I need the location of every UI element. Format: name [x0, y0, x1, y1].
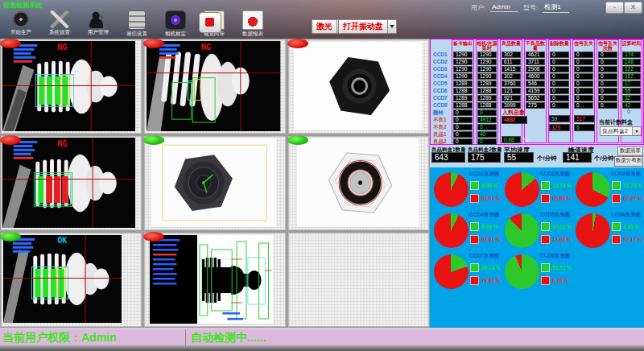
- toolbar-item-3[interactable]: 通信设置: [119, 10, 155, 37]
- toolbar-item-6[interactable]: 数据报表: [235, 10, 270, 37]
- camera-image: [2, 41, 135, 131]
- legend-green-swatch: [612, 181, 621, 190]
- legend-good: 6.99 %: [470, 222, 497, 231]
- camera-view-1[interactable]: NG: [1, 39, 142, 134]
- pie-block-5: CCD6良率图 2.83 % 97.17 %: [572, 210, 642, 251]
- field-c2-11: 40: [477, 131, 497, 138]
- status-led: [287, 39, 308, 48]
- camera-view-4[interactable]: NG: [1, 136, 142, 230]
- toolbar-item-0[interactable]: 开始生产: [3, 10, 39, 37]
- field-c1-3: 1290: [453, 73, 473, 80]
- pie-title-0: CCD1良率图: [469, 171, 499, 178]
- legend-green-label: 14.14 %: [552, 183, 572, 188]
- field-c5-7: 0: [550, 102, 569, 109]
- legend-good: 2.83 %: [612, 222, 639, 231]
- window-bottom-edge: [0, 345, 644, 351]
- toolbar-item-4[interactable]: 相机标定: [158, 10, 193, 37]
- legend-green-swatch: [541, 181, 550, 190]
- row-label-column: CCD1CCD2CCD3CCD4CCD5CCD6CCD7CCD8翻转不良1不良2…: [431, 39, 452, 144]
- toolbar-icon-0: [11, 10, 31, 28]
- vibration-plate-button[interactable]: 打开振动盘: [338, 20, 397, 33]
- field-c4-2: 2908: [526, 66, 545, 72]
- field-c2-7: 1288: [477, 102, 497, 109]
- field-c4-0: 4621: [526, 52, 545, 58]
- legend-green-label: 6.99 %: [481, 183, 497, 188]
- legend-good: 20.14 %: [470, 263, 501, 272]
- pie-block-3: CCD4良率图 6.99 % 93.01 %: [430, 210, 501, 251]
- field-c4-1: 3711: [526, 59, 545, 65]
- field-c7-1: 0: [598, 59, 617, 65]
- field-c1-6: 1289: [453, 95, 473, 101]
- camera-image: [3, 235, 122, 323]
- legend-red-swatch: [470, 276, 479, 285]
- legend-good: 6.99 %: [470, 181, 497, 190]
- user-value: Admin: [490, 3, 518, 12]
- camera-view-7[interactable]: OK: [1, 233, 142, 327]
- legend-bad: 6.39 %: [541, 276, 568, 285]
- toolbar-icon-1: [50, 10, 69, 28]
- legend-green-swatch: [470, 263, 479, 272]
- field-c2-0: 1290: [477, 52, 497, 58]
- vibration-dropdown-icon[interactable]: [388, 19, 397, 34]
- row-label-6: CCD7: [431, 94, 452, 101]
- loss-field-2: 6: [574, 124, 595, 131]
- field-c6-1: 0: [574, 59, 593, 65]
- field-c2-12: 0: [477, 138, 497, 145]
- legend-bad: 79.86 %: [470, 276, 501, 285]
- distribution-chart-button[interactable]: 数据分布图: [614, 156, 643, 167]
- counter-box-value: 良品料盒2: [601, 127, 632, 135]
- stats-table: CCD1CCD2CCD3CCD4CCD5CCD6CCD7CCD8翻转不良1不良2…: [430, 39, 644, 145]
- clear-data-button[interactable]: 数据清零: [617, 147, 643, 156]
- pie-title-2: CCD3良率图: [611, 171, 641, 178]
- legend-green-swatch: [470, 181, 479, 190]
- camera-view-6[interactable]: [288, 136, 429, 230]
- stop-button[interactable]: [199, 12, 221, 33]
- field-c3-3: 302: [502, 73, 521, 80]
- camera-view-8[interactable]: [144, 233, 285, 327]
- field-c1-10: 0: [453, 124, 473, 130]
- camera-view-9[interactable]: [288, 233, 429, 327]
- row-label-header: [431, 39, 452, 51]
- field-c6-5: 0: [574, 88, 593, 94]
- toolbar-icon-3: [128, 10, 146, 30]
- toolbar-item-1[interactable]: 系统设置: [42, 10, 77, 37]
- percent-unit: %: [523, 137, 528, 142]
- field-c3-0: 302: [502, 52, 521, 58]
- field-c1-4: 1289: [453, 81, 473, 87]
- col-board-output: 板卡输出 12901290129012901289128812891288000…: [452, 39, 474, 143]
- pie-chart-0: [434, 172, 469, 207]
- field-c2-2: 1290: [477, 66, 497, 72]
- row-label-8: 翻转: [431, 109, 452, 116]
- row-label-4: CCD5: [431, 80, 452, 87]
- toolbar-item-2[interactable]: 用户管理: [80, 10, 116, 37]
- field-c2-8: 0: [477, 109, 497, 116]
- status-led: [0, 39, 21, 48]
- camera-grid: NG: [0, 39, 430, 328]
- counter-box-select[interactable]: 良品料盒2: [600, 126, 642, 136]
- result-text: NG: [57, 43, 67, 52]
- legend-green-label: 6.99 %: [481, 224, 497, 229]
- chevron-down-icon[interactable]: [632, 127, 641, 135]
- toolbar-item-label: 开始生产: [3, 29, 39, 36]
- window: 视觉检测系统 用户: Admin 型号: 检测1 - X 开始生产 系统设置: [0, 0, 644, 351]
- field-c5-4: 0: [550, 81, 569, 87]
- field-c7-0: 0: [598, 52, 617, 58]
- data-panel: CCD1CCD2CCD3CCD4CCD5CCD6CCD7CCD8翻转不良1不良2…: [430, 39, 644, 328]
- col-header-4: 不良品数量: [525, 40, 546, 52]
- camera-view-3[interactable]: [288, 39, 429, 134]
- field-c1-12: 0: [453, 138, 473, 145]
- minimize-button[interactable]: -: [605, 2, 624, 14]
- reject-field-2: 325: [549, 124, 570, 131]
- legend-good: 32.73 %: [612, 181, 642, 190]
- field-c8-3: 157: [622, 73, 641, 80]
- close-button[interactable]: X: [624, 2, 642, 14]
- field-c1-2: 1290: [453, 66, 473, 72]
- field-c3-7: 3999: [502, 102, 521, 109]
- field-c4-3: 4600: [526, 73, 545, 80]
- col-bad-count: 不良品数量 462137112908460054641595652275: [524, 39, 547, 143]
- legend-green-label: 32.73 %: [623, 183, 642, 188]
- field-c6-0: 0: [574, 52, 593, 58]
- pie-chart-6: [434, 254, 469, 289]
- camera-view-5[interactable]: [144, 136, 285, 230]
- camera-view-2[interactable]: NG: [144, 39, 285, 134]
